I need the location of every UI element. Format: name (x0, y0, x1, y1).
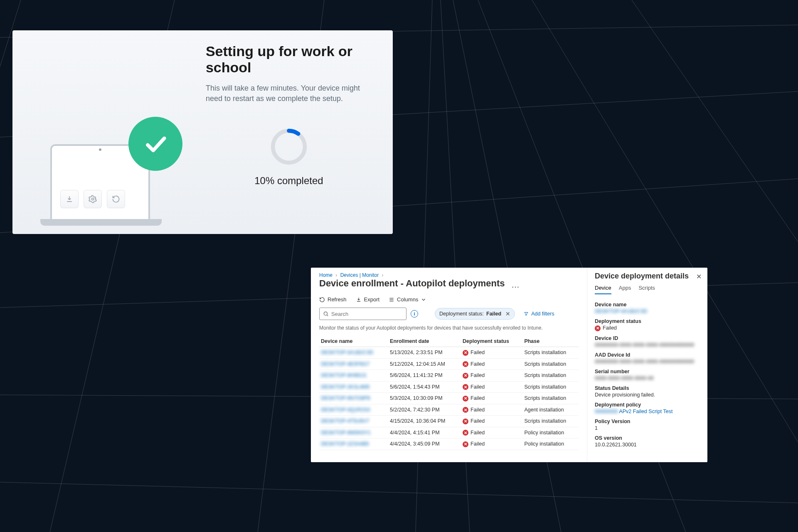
table-row[interactable]: DESKTOP-0Q1R2S35/2/2024, 7:42:30 PM✕Fail… (319, 404, 579, 416)
add-filters-button[interactable]: Add filters (519, 308, 559, 320)
table-row[interactable]: DESKTOP-4T5U6V74/15/2024, 10:36:04 PM✕Fa… (319, 416, 579, 427)
kv-policy[interactable]: 00000000 APv2 Failed Script Test (595, 409, 700, 414)
row-device-name[interactable]: DESKTOP-4E5F6G7 (321, 361, 369, 367)
filter-chip-remove-icon[interactable]: ✕ (505, 310, 510, 317)
laptop-illustration (40, 134, 182, 226)
col-deployment-status[interactable]: Deployment status (461, 336, 522, 347)
kv-device-name-label: Device name (595, 302, 700, 308)
row-phase: Policy installation (522, 438, 579, 450)
oobe-illustration (33, 45, 189, 226)
kv-status: ✕Failed (595, 325, 700, 331)
breadcrumb: Home › Devices | Monitor › (319, 272, 579, 278)
svg-line-22 (327, 315, 328, 316)
search-input[interactable] (319, 308, 406, 320)
kv-status-details-label: Status Details (595, 385, 700, 391)
kv-device-id: 00000000-0000-0000-0000-000000000000 (595, 342, 694, 348)
row-date: 5/6/2024, 11:41:32 PM (388, 370, 461, 382)
table-row[interactable]: DESKTOP-2K3L4M55/6/2024, 1:54:43 PM✕Fail… (319, 381, 579, 393)
info-icon[interactable]: i (411, 310, 418, 318)
row-date: 5/3/2024, 10:30:09 PM (388, 393, 461, 404)
intune-panel: Home › Devices | Monitor › Device enroll… (311, 268, 707, 462)
svg-point-16 (273, 131, 305, 163)
row-date: 5/6/2024, 1:54:43 PM (388, 381, 461, 393)
row-phase: Scripts installation (522, 416, 579, 427)
row-date: 4/4/2024, 3:45:09 PM (388, 438, 461, 450)
tab-scripts[interactable]: Scripts (638, 285, 655, 294)
svg-point-15 (92, 198, 94, 200)
kv-device-name[interactable]: DESKTOP-0A1B2C3D (595, 308, 647, 314)
kv-status-label: Deployment status (595, 318, 700, 324)
row-date: 5/12/2024, 12:04:15 AM (388, 358, 461, 370)
table-row[interactable]: DESKTOP-8H9I0J15/6/2024, 11:41:32 PM✕Fai… (319, 370, 579, 382)
kv-serial: 0000-0000-0000-0000-00 (595, 375, 654, 381)
kv-policy-version-label: Policy Version (595, 419, 700, 424)
row-device-name[interactable]: DESKTOP-8W9X0Y1 (321, 430, 371, 436)
row-device-name[interactable]: DESKTOP-2Z3A4B5 (321, 441, 369, 447)
progress-ring (269, 127, 309, 167)
table-row[interactable]: DESKTOP-8W9X0Y14/4/2024, 4:15:41 PM✕Fail… (319, 427, 579, 438)
kv-policy-label: Deployment policy (595, 402, 700, 408)
close-button[interactable]: ✕ (696, 273, 702, 281)
row-status: ✕Failed (461, 358, 522, 370)
row-status: ✕Failed (461, 381, 522, 393)
kv-os-label: OS version (595, 435, 700, 441)
row-phase: Scripts installation (522, 381, 579, 393)
col-enrollment-date[interactable]: Enrollment date (388, 336, 461, 347)
oobe-title: Setting up for work or school (206, 43, 372, 76)
row-date: 5/2/2024, 7:42:30 PM (388, 404, 461, 416)
deployments-table: Device name Enrollment date Deployment s… (319, 336, 579, 450)
row-device-name[interactable]: DESKTOP-6N7O8P9 (321, 395, 370, 401)
row-phase: Scripts installation (522, 370, 579, 382)
filter-chip-deployment-status[interactable]: Deployment status: Failed ✕ (435, 308, 515, 320)
row-phase: Scripts installation (522, 347, 579, 359)
page-title: Device enrollment - Autopilot deployment… (319, 278, 505, 288)
row-date: 5/13/2024, 2:33:51 PM (388, 347, 461, 359)
breadcrumb-devices[interactable]: Devices | Monitor (340, 272, 379, 278)
row-device-name[interactable]: DESKTOP-0Q1R2S3 (321, 407, 370, 413)
kv-policy-version: 1 (595, 425, 700, 431)
details-title: Device deployment details (595, 272, 700, 281)
kv-device-id-label: Device ID (595, 335, 700, 341)
row-status: ✕Failed (461, 370, 522, 382)
table-row[interactable]: DESKTOP-0A1B2C3D5/13/2024, 2:33:51 PM✕Fa… (319, 347, 579, 359)
search-icon (323, 311, 329, 317)
tab-device[interactable]: Device (595, 285, 611, 294)
table-row[interactable]: DESKTOP-6N7O8P95/3/2024, 10:30:09 PM✕Fai… (319, 393, 579, 404)
columns-button[interactable]: Columns (389, 296, 426, 303)
tab-apps[interactable]: Apps (619, 285, 631, 294)
row-phase: Agent installation (522, 404, 579, 416)
table-row[interactable]: DESKTOP-4E5F6G75/12/2024, 12:04:15 AM✕Fa… (319, 358, 579, 370)
oobe-panel: Setting up for work or school This will … (12, 30, 393, 234)
row-status: ✕Failed (461, 427, 522, 438)
row-phase: Scripts installation (522, 393, 579, 404)
row-status: ✕Failed (461, 347, 522, 359)
row-status: ✕Failed (461, 393, 522, 404)
export-button[interactable]: Export (356, 296, 380, 303)
svg-point-21 (324, 312, 327, 315)
kv-aad-id: 00000000-0000-0000-0000-000000000000 (595, 359, 694, 365)
col-device-name[interactable]: Device name (319, 336, 388, 347)
row-phase: Policy installation (522, 427, 579, 438)
refresh-icon (107, 190, 125, 208)
table-row[interactable]: DESKTOP-2Z3A4B54/4/2024, 3:45:09 PM✕Fail… (319, 438, 579, 450)
svg-line-5 (0, 482, 798, 503)
description-text: Monitor the status of your Autopilot dep… (319, 325, 579, 331)
refresh-button[interactable]: Refresh (319, 296, 347, 303)
row-status: ✕Failed (461, 416, 522, 427)
col-phase[interactable]: Phase (522, 336, 579, 347)
row-device-name[interactable]: DESKTOP-4T5U6V7 (321, 418, 369, 424)
kv-os: 10.0.22621.30001 (595, 442, 700, 448)
kv-aad-id-label: AAD Device Id (595, 352, 700, 358)
filter-icon (524, 311, 529, 316)
row-device-name[interactable]: DESKTOP-2K3L4M5 (321, 384, 369, 390)
row-status: ✕Failed (461, 404, 522, 416)
row-date: 4/15/2024, 10:36:04 PM (388, 416, 461, 427)
more-actions-button[interactable]: … (511, 280, 520, 289)
row-date: 4/4/2024, 4:15:41 PM (388, 427, 461, 438)
row-device-name[interactable]: DESKTOP-8H9I0J1 (321, 372, 367, 378)
checkmark-badge-icon (128, 117, 182, 171)
oobe-subtitle: This will take a few minutes. Your devic… (206, 83, 372, 104)
row-device-name[interactable]: DESKTOP-0A1B2C3D (321, 350, 373, 355)
breadcrumb-home[interactable]: Home (319, 272, 332, 278)
row-status: ✕Failed (461, 438, 522, 450)
